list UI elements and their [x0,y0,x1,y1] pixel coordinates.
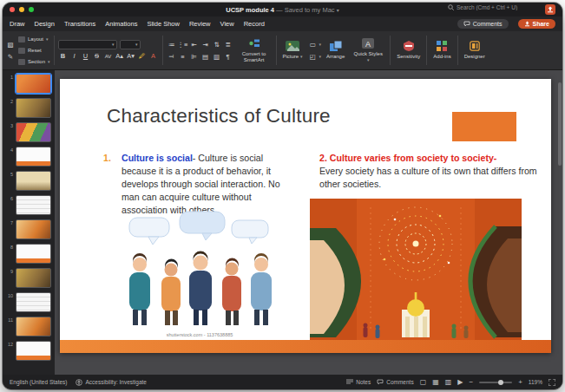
increase-font-button[interactable]: A▴ [115,51,125,62]
slide-thumbnail[interactable]: 12 [3,341,55,361]
font-size-select[interactable]: ▾ [120,40,141,49]
notes-button[interactable]: Notes [346,379,371,385]
character-spacing-button[interactable]: AV [103,51,114,62]
slide-thumbnail-preview[interactable] [16,219,51,239]
vertical-scrollbar[interactable] [557,81,562,341]
zoom-in-button[interactable]: + [518,378,522,386]
slide-title[interactable]: Characteristics of Culture [107,105,331,127]
slide-thumbnail-preview[interactable] [16,122,51,142]
slide-thumbnail-preview[interactable] [16,171,51,191]
accessibility-checker[interactable]: Accessibility: Investigate [76,379,146,386]
people-talking-illustration[interactable] [105,209,294,330]
decrease-indent-button[interactable]: ⇤ [189,39,200,49]
arrange-button[interactable]: Arrange [324,40,347,60]
share-button[interactable]: Share [518,19,555,29]
tab-record[interactable]: Record [244,20,265,28]
slide-thumbnail-preview[interactable] [16,268,51,288]
reset-button[interactable]: Reset [18,46,50,56]
scrollbar-thumb[interactable] [558,82,562,166]
tab-design[interactable]: Design [35,20,55,28]
convert-smartart-button[interactable]: Convert to SmartArt [236,37,273,63]
slide-thumbnail[interactable]: 9 [3,268,55,288]
comments-toggle-button[interactable]: Comments [377,379,413,385]
bold-button[interactable]: B [58,51,69,62]
slide-thumbnail[interactable]: 4 [3,147,55,167]
section-button[interactable]: Section▾ [18,57,50,67]
decrease-font-button[interactable]: A▾ [126,51,136,62]
align-right-button[interactable]: ⊫ [189,51,200,62]
slide-thumbnail[interactable]: 2 [3,98,55,118]
justify-button[interactable]: ▤ [200,51,211,62]
slide-thumbnail[interactable]: 3 [3,122,55,142]
tab-view[interactable]: View [220,20,234,28]
bullets-button[interactable]: ≔ [167,39,177,49]
underline-button[interactable]: U [81,51,91,62]
font-color-button[interactable]: A [148,51,159,62]
slide-thumbnail-preview[interactable] [16,292,51,312]
slide-thumbnail[interactable]: 7 [3,219,55,239]
close-window-button[interactable] [10,7,15,12]
zoom-window-button[interactable] [29,7,34,12]
language-indicator[interactable]: English (United States) [10,379,67,385]
orange-accent-rectangle[interactable] [452,112,516,141]
highlight-button[interactable]: 🖉 [137,51,148,62]
slide-thumbnail-preview[interactable] [16,147,51,167]
zoom-percentage[interactable]: 119% [529,379,542,385]
tab-review[interactable]: Review [189,20,211,28]
sensitivity-button[interactable]: Sensitivity [394,40,423,60]
comments-button[interactable]: Comments [457,19,509,29]
slide-thumbnail[interactable]: 1 [3,74,55,94]
text-box-button[interactable]: ◰ [307,51,318,62]
numbering-button[interactable]: ⋮≡ [178,39,188,49]
search-box[interactable] [448,4,536,10]
zoom-slider[interactable] [479,382,512,383]
slide-thumbnail-preview[interactable] [16,317,51,336]
point-2-textbox[interactable]: 2.Culture varies from society to society… [319,152,550,191]
paste-icon[interactable]: ▧ [5,39,16,49]
columns-button[interactable]: ▥ [212,51,222,62]
layout-button[interactable]: Layout▾ [18,35,50,44]
tab-slide-show[interactable]: Slide Show [147,20,180,28]
point-1-textbox[interactable]: 1.Culture is social- Culture is social b… [103,152,299,217]
picture-button[interactable]: Picture ▾ [280,40,305,60]
text-direction-button[interactable]: ≣ [223,39,233,49]
titlebar-share-icon[interactable] [545,4,555,15]
slide-sorter-view-button[interactable]: ▦ [432,378,439,386]
normal-view-button[interactable]: ▢ [420,378,427,386]
shapes-button[interactable]: ▭ [307,39,318,49]
align-center-button[interactable]: ≡ [178,51,188,62]
format-painter-icon[interactable]: ✎ [5,51,16,62]
minimize-window-button[interactable] [19,7,24,12]
quick-styles-button[interactable]: A Quick Styles ▾ [350,37,386,63]
slide-thumbnail[interactable]: 11 [3,317,55,336]
designer-button[interactable]: Designer [462,40,488,60]
font-name-select[interactable]: ▾ [58,40,117,49]
fit-slide-icon[interactable] [549,379,555,386]
strikethrough-button[interactable]: S [92,51,102,62]
slide-thumbnail-preview[interactable] [16,244,51,264]
slide-thumbnail-preview[interactable] [16,195,51,215]
increase-indent-button[interactable]: ⇥ [200,39,211,49]
slide-thumbnail-preview[interactable] [16,98,51,118]
italic-button[interactable]: I [69,51,80,62]
title-chevron-icon[interactable]: ▾ [337,8,339,13]
culture-varies-illustration[interactable] [310,199,522,340]
zoom-slider-thumb[interactable] [498,380,503,385]
slide-bottom-accent-bar[interactable] [60,340,551,353]
reading-view-button[interactable]: ▥ [445,378,452,386]
tab-animations[interactable]: Animations [105,20,137,28]
addins-button[interactable]: Add-ins [430,40,453,60]
zoom-out-button[interactable]: − [470,378,474,386]
slideshow-button[interactable]: ▶ [457,378,463,386]
tab-transitions[interactable]: Transitions [64,20,95,28]
slide-thumbnail[interactable]: 10 [3,292,55,312]
align-left-button[interactable]: ⫤ [167,51,177,62]
slide-thumbnail-preview[interactable] [16,341,51,361]
slide-thumbnail[interactable]: 6 [3,195,55,215]
search-input[interactable] [457,4,536,10]
tab-draw[interactable]: Draw [10,20,25,28]
slide-editor-canvas[interactable]: Characteristics of Culture 1.Culture is … [55,70,562,375]
current-slide[interactable]: Characteristics of Culture 1.Culture is … [60,79,551,353]
align-text-button[interactable]: ¶ [223,51,233,62]
slide-thumbnail[interactable]: 5 [3,171,55,191]
